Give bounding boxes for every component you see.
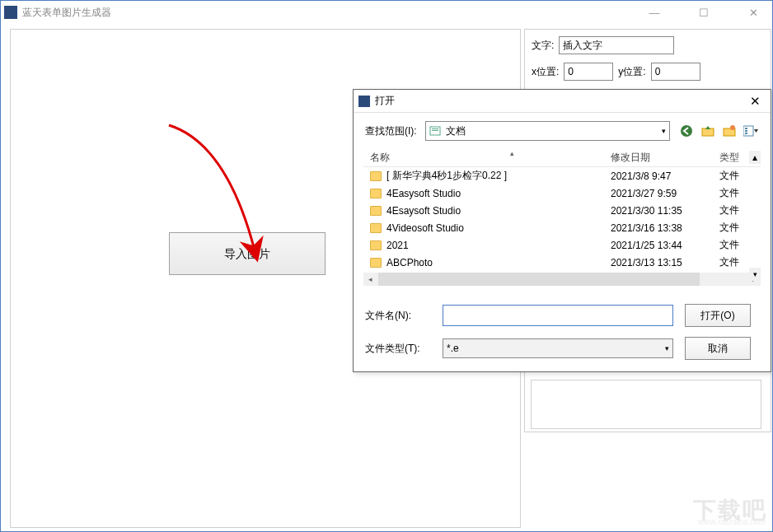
- file-open-dialog: 打开 ✕ 查找范围(I): 文档 ▾ ▴ 名称 修改日期 类型 ▴ [ 新华字典…: [353, 89, 771, 372]
- documents-folder-icon: [429, 125, 441, 137]
- file-name: 4Esaysoft Studio: [386, 205, 461, 217]
- folder-icon: [370, 223, 382, 233]
- file-row[interactable]: 4Videosoft Studio2021/3/16 13:38文件: [363, 219, 761, 236]
- file-date: 2021/3/16 13:38: [611, 222, 719, 234]
- file-name: 4Easysoft Studio: [386, 188, 461, 199]
- scroll-down-icon[interactable]: ▾: [749, 268, 761, 281]
- xpos-label: x位置:: [532, 65, 559, 79]
- ypos-input[interactable]: [651, 63, 700, 81]
- position-row: x位置: y位置:: [532, 63, 764, 81]
- column-headers[interactable]: 名称 修改日期 类型: [363, 149, 761, 167]
- svg-point-6: [730, 125, 735, 130]
- file-type: 文件: [719, 203, 759, 217]
- folder-icon: [370, 258, 382, 268]
- filename-input[interactable]: [443, 305, 673, 326]
- svg-rect-2: [432, 130, 438, 131]
- filetype-row: 文件类型(T): *.e ▾ 取消: [365, 337, 759, 360]
- view-menu-icon[interactable]: [743, 123, 759, 139]
- text-input[interactable]: [559, 36, 674, 54]
- xpos-input[interactable]: [564, 63, 613, 81]
- close-button[interactable]: ✕: [743, 5, 764, 20]
- scrollbar-thumb[interactable]: [378, 273, 700, 286]
- dialog-titlebar[interactable]: 打开 ✕: [354, 90, 771, 113]
- preview-box: [531, 380, 761, 429]
- column-date-header[interactable]: 修改日期: [611, 151, 719, 165]
- import-image-button[interactable]: 导入图片: [169, 232, 326, 275]
- file-name: ABCPhoto: [386, 257, 433, 268]
- back-icon[interactable]: [678, 123, 695, 139]
- text-label: 文字:: [532, 39, 554, 53]
- lookup-label: 查找范围(I):: [365, 124, 417, 138]
- text-field-row: 文字:: [532, 36, 764, 54]
- dialog-title: 打开: [375, 94, 744, 108]
- file-row[interactable]: ABCPhoto2021/3/13 13:15文件: [363, 254, 761, 271]
- file-name: [ 新华字典4秒1步检字0.22 ]: [386, 169, 507, 183]
- file-name: 4Videosoft Studio: [386, 222, 464, 234]
- chevron-down-icon: ▾: [665, 344, 669, 352]
- open-button[interactable]: 打开(O): [685, 304, 751, 327]
- file-date: 2021/3/13 13:15: [611, 257, 719, 268]
- location-combo[interactable]: 文档 ▾: [425, 121, 670, 141]
- svg-rect-10: [745, 133, 747, 134]
- dialog-toolbar: [678, 123, 759, 139]
- filetype-combo[interactable]: *.e ▾: [443, 338, 673, 358]
- app-title: 蓝天表单图片生成器: [22, 6, 644, 20]
- file-row[interactable]: [ 新华字典4秒1步检字0.22 ]2021/3/8 9:47文件: [363, 167, 761, 184]
- ypos-label: y位置:: [618, 65, 645, 79]
- main-titlebar[interactable]: 蓝天表单图片生成器 — ☐ ✕: [1, 1, 772, 24]
- filetype-value: *.e: [447, 343, 459, 354]
- maximize-button[interactable]: ☐: [693, 5, 714, 20]
- file-date: 2021/3/27 9:59: [611, 188, 719, 199]
- filename-row: 文件名(N): 打开(O): [365, 304, 759, 327]
- svg-rect-8: [745, 128, 747, 129]
- filename-label: 文件名(N):: [365, 309, 431, 323]
- location-name: 文档: [446, 124, 466, 138]
- chevron-down-icon: ▾: [662, 127, 666, 135]
- cancel-button[interactable]: 取消: [685, 337, 751, 360]
- folder-icon: [370, 240, 382, 250]
- scroll-left-icon[interactable]: ◂: [363, 273, 377, 286]
- file-list: ▴ 名称 修改日期 类型 ▴ [ 新华字典4秒1步检字0.22 ]2021/3/…: [363, 149, 761, 296]
- file-type: 文件: [719, 186, 759, 200]
- filetype-label: 文件类型(T):: [365, 342, 431, 356]
- horizontal-scrollbar[interactable]: ◂ ▸: [363, 273, 761, 286]
- folder-icon: [370, 189, 382, 198]
- file-rows: [ 新华字典4秒1步检字0.22 ]2021/3/8 9:47文件4Easyso…: [363, 167, 761, 271]
- file-type: 文件: [719, 169, 759, 183]
- svg-rect-4: [702, 128, 714, 136]
- folder-icon: [370, 206, 382, 216]
- file-row[interactable]: 4Easysoft Studio2021/3/27 9:59文件: [363, 184, 761, 202]
- minimize-button[interactable]: —: [644, 5, 665, 20]
- svg-rect-9: [745, 130, 747, 132]
- lookup-row: 查找范围(I): 文档 ▾: [354, 113, 771, 149]
- dialog-close-button[interactable]: ✕: [744, 94, 766, 109]
- scroll-up-icon[interactable]: ▴: [749, 151, 761, 164]
- column-name-header[interactable]: 名称: [363, 151, 611, 165]
- new-folder-icon[interactable]: [721, 123, 738, 139]
- file-name: 2021: [386, 240, 409, 251]
- file-date: 2021/3/8 9:47: [611, 170, 719, 182]
- sort-indicator-icon: ▴: [510, 149, 514, 157]
- svg-rect-1: [432, 128, 438, 129]
- dialog-footer: 文件名(N): 打开(O) 文件类型(T): *.e ▾ 取消: [354, 296, 771, 378]
- file-date: 2021/1/25 13:44: [611, 240, 719, 251]
- up-folder-icon[interactable]: [700, 123, 716, 139]
- dialog-icon: [358, 96, 370, 107]
- file-row[interactable]: 4Esaysoft Studio2021/3/30 11:35文件: [363, 202, 761, 219]
- file-row[interactable]: 20212021/1/25 13:44文件: [363, 236, 761, 254]
- svg-rect-7: [743, 126, 753, 136]
- file-type: 文件: [719, 238, 759, 252]
- folder-icon: [370, 171, 382, 181]
- file-date: 2021/3/30 11:35: [611, 205, 719, 217]
- svg-point-3: [681, 125, 692, 137]
- window-controls: — ☐ ✕: [644, 5, 764, 20]
- app-icon: [4, 6, 17, 19]
- file-type: 文件: [719, 221, 759, 235]
